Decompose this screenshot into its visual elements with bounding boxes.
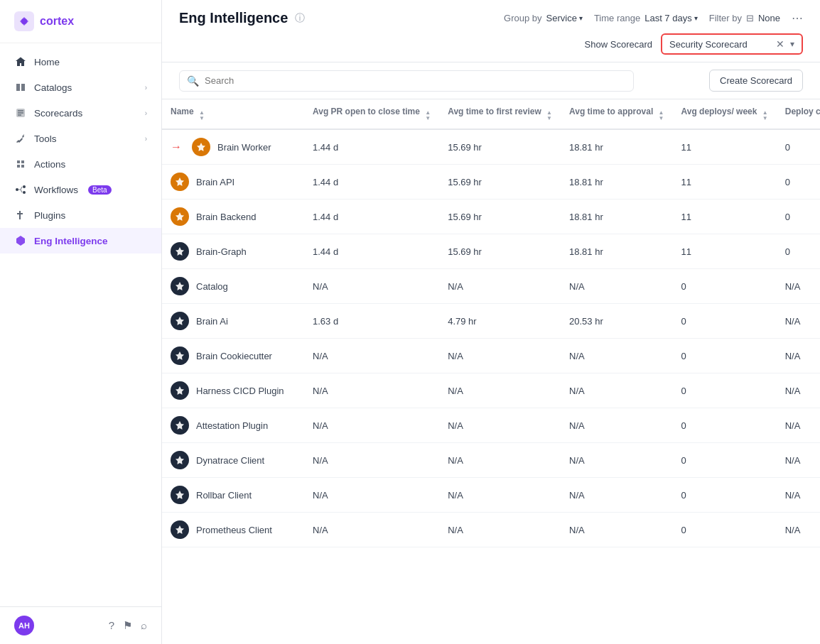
cell-name: Brain API [162,165,304,200]
table-row[interactable]: Brain API 1.44 d 15.69 hr 18.81 hr 11 0 … [162,165,820,200]
search-icon: 🔍 [187,75,199,87]
col-avg-deploys[interactable]: Avg deploys/ week ▲▼ [673,99,777,129]
sidebar-nav: Home Catalogs › Scorecards › Tools › [0,43,161,606]
service-name[interactable]: Brain Backend [196,212,257,222]
cell-avg-deploys: 0 [673,304,777,339]
col-avg-time-approval[interactable]: Avg time to approval ▲▼ [561,99,673,129]
table-row[interactable]: Rollbar Client N/A N/A N/A 0 N/A N/A 0 [162,478,820,513]
sort-icon: ▲▼ [546,110,552,121]
service-name[interactable]: Dynatrace Client [196,455,264,466]
cell-avg-pr-open: N/A [304,513,439,547]
table-row[interactable]: Catalog N/A N/A N/A 0 N/A N/A 0 [162,269,820,304]
filter-by-value[interactable]: None [758,13,780,23]
service-icon [171,312,189,330]
cell-avg-deploys: 11 [673,129,777,165]
scorecard-select[interactable]: Security Scorecard ✕ ▾ [661,33,803,55]
service-name[interactable]: Brain API [196,177,234,187]
service-name[interactable]: Attestation Plugin [196,420,268,431]
service-name[interactable]: Harness CICD Plugin [196,386,284,396]
logo[interactable]: cortex [0,0,161,43]
service-name[interactable]: Brain Ai [196,316,228,327]
table-row[interactable]: Brain-Graph 1.44 d 15.69 hr 18.81 hr 11 … [162,234,820,269]
svg-marker-10 [176,282,184,290]
avatar[interactable]: AH [14,616,34,635]
service-icon [171,486,189,504]
service-name[interactable]: Prometheus Client [196,525,272,535]
data-table: Name ▲▼ Avg PR open to close time ▲▼ Avg… [162,99,820,547]
svg-marker-8 [176,212,184,221]
sidebar-item-tools-label: Tools [34,133,57,144]
cell-avg-time-approval: N/A [561,478,673,513]
more-options-icon[interactable]: ⋯ [792,11,803,25]
table-row[interactable]: Brain Backend 1.44 d 15.69 hr 18.81 hr 1… [162,200,820,234]
cell-avg-time-review: N/A [439,339,561,373]
cell-avg-time-approval: N/A [561,513,673,547]
group-by-label: Group by [504,13,541,23]
service-icon [171,173,189,191]
group-by-value[interactable]: Service ▾ [546,13,583,23]
sidebar-item-plugins[interactable]: Plugins [0,202,161,228]
table-row[interactable]: Attestation Plugin N/A N/A N/A 0 N/A N/A… [162,408,820,443]
search-footer-icon[interactable]: ⌕ [141,619,147,632]
sidebar-item-actions[interactable]: Actions [0,151,161,177]
col-avg-pr-open[interactable]: Avg PR open to close time ▲▼ [304,99,439,129]
scorecard-row: Show Scorecard Security Scorecard ✕ ▾ [179,33,803,55]
sort-icon: ▲▼ [762,110,768,121]
filter-by-control: Filter by ⊟ None [709,13,780,23]
cell-deploy-change: N/A [777,408,820,443]
cell-name: Catalog [162,269,304,304]
cell-avg-pr-open: N/A [304,443,439,478]
cell-avg-time-review: N/A [439,269,561,304]
service-name[interactable]: Brain-Graph [196,246,247,257]
sort-icon: ▲▼ [425,110,431,121]
cell-name: Brain Ai [162,304,304,339]
time-range-value[interactable]: Last 7 days ▾ [644,13,698,23]
sidebar-item-catalogs[interactable]: Catalogs › [0,75,161,100]
flag-icon[interactable]: ⚑ [123,619,132,632]
sidebar-footer: AH ? ⚑ ⌕ [0,606,161,644]
cell-avg-pr-open: N/A [304,269,439,304]
scorecard-clear-icon[interactable]: ✕ [776,38,784,50]
group-by-chevron-icon: ▾ [579,14,583,22]
table-row[interactable]: Brain Ai 1.63 d 4.79 hr 20.53 hr 0 N/A N… [162,304,820,339]
col-deploy-change[interactable]: Deploy change failure rate ▲▼ [777,99,820,129]
cell-avg-time-approval: 20.53 hr [561,304,673,339]
sidebar-item-workflows[interactable]: Workflows Beta [0,177,161,202]
cell-name: Brain Cookiecutter [162,339,304,373]
chevron-right-icon: › [145,109,147,117]
cell-avg-time-review: N/A [439,408,561,443]
service-name[interactable]: Catalog [196,281,228,292]
time-range-control: Time range Last 7 days ▾ [594,13,698,23]
col-name[interactable]: Name ▲▼ [162,99,304,129]
table-row[interactable]: Brain Cookiecutter N/A N/A N/A 0 N/A N/A… [162,339,820,373]
cell-deploy-change: N/A [777,304,820,339]
help-icon[interactable]: ? [109,619,114,632]
svg-point-3 [16,188,18,191]
sidebar-item-home[interactable]: Home [0,49,161,75]
scorecard-chevron-icon[interactable]: ▾ [790,39,794,49]
service-name[interactable]: Brain Worker [217,142,271,153]
scorecard-value: Security Scorecard [669,39,770,50]
service-name[interactable]: Rollbar Client [196,490,252,501]
table-row[interactable]: Harness CICD Plugin N/A N/A N/A 0 N/A N/… [162,373,820,408]
cell-avg-time-review: 15.69 hr [439,165,561,200]
create-scorecard-button[interactable]: Create Scorecard [709,70,803,92]
sidebar-item-tools[interactable]: Tools › [0,126,161,151]
table-row[interactable]: Prometheus Client N/A N/A N/A 0 N/A N/A … [162,513,820,547]
svg-marker-7 [176,178,184,186]
scorecard-label: Show Scorecard [585,39,652,50]
sidebar-item-eng-intelligence[interactable]: Eng Intelligence [0,228,161,253]
service-icon [192,138,210,156]
service-icon [171,520,189,539]
service-name[interactable]: Brain Cookiecutter [196,351,272,361]
cell-deploy-change: 0 [777,129,820,165]
sidebar-item-scorecards-label: Scorecards [34,108,82,119]
cell-avg-deploys: 11 [673,165,777,200]
table-row[interactable]: Dynatrace Client N/A N/A N/A 0 N/A N/A 0 [162,443,820,478]
table-row[interactable]: → Brain Worker 1.44 d 15.69 hr 18.81 hr … [162,129,820,165]
info-icon[interactable]: ⓘ [295,12,305,25]
cell-avg-deploys: 11 [673,200,777,234]
search-input[interactable] [205,75,626,86]
col-avg-time-review[interactable]: Avg time to first review ▲▼ [439,99,561,129]
sidebar-item-scorecards[interactable]: Scorecards › [0,100,161,126]
